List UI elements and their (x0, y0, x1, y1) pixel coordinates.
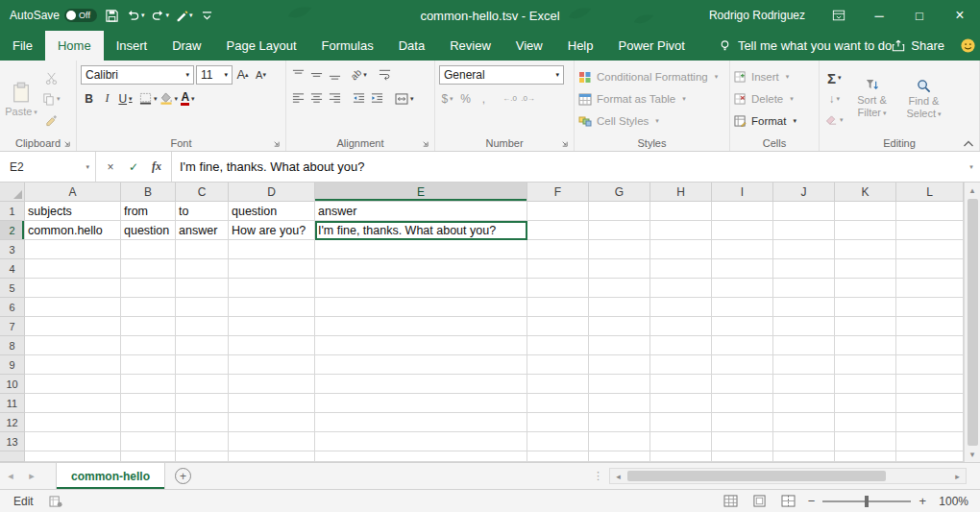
italic-button[interactable]: I (99, 89, 115, 109)
cell-F5[interactable] (527, 279, 589, 298)
zoom-in-button[interactable]: + (919, 494, 926, 508)
cell-K2[interactable] (835, 221, 896, 240)
row-header-7[interactable]: 7 (0, 317, 25, 336)
sort-filter-button[interactable]: Sort & Filter (849, 63, 895, 134)
cell-A3[interactable] (25, 240, 121, 259)
cell-I9[interactable] (712, 355, 773, 375)
cell-L5[interactable] (896, 279, 964, 298)
decrease-decimal-button[interactable]: .0→ (520, 89, 536, 109)
cell-C4[interactable] (176, 259, 229, 279)
cell-G1[interactable] (589, 202, 650, 221)
zoom-slider-thumb[interactable] (865, 496, 869, 507)
clear-button[interactable] (825, 110, 844, 130)
insert-cells-button[interactable]: Insert (734, 67, 815, 87)
cell-E11[interactable] (315, 394, 527, 413)
cell-F1[interactable] (527, 202, 589, 221)
cell-I13[interactable] (712, 432, 773, 451)
align-center-button[interactable] (308, 89, 325, 109)
cell-C6[interactable] (176, 298, 229, 317)
cell-D14[interactable] (229, 451, 315, 462)
cell-A13[interactable] (25, 432, 121, 451)
cell-C8[interactable] (176, 336, 229, 355)
cell-J11[interactable] (773, 394, 835, 413)
row-header-8[interactable]: 8 (0, 336, 25, 355)
row-header-11[interactable]: 11 (0, 394, 25, 413)
cell-B8[interactable] (121, 336, 176, 355)
cell-E5[interactable] (315, 279, 527, 298)
cell-G3[interactable] (589, 240, 650, 259)
cell-E12[interactable] (315, 413, 527, 432)
page-break-view-button[interactable] (779, 493, 798, 510)
cell-H7[interactable] (650, 317, 712, 336)
next-sheet-button[interactable]: ▸ (21, 463, 42, 489)
cell-H6[interactable] (650, 298, 712, 317)
cell-B3[interactable] (121, 240, 176, 259)
cell-G6[interactable] (589, 298, 650, 317)
zoom-level[interactable]: 100% (934, 495, 968, 508)
cell-C1[interactable]: to (176, 202, 229, 221)
cell-G7[interactable] (589, 317, 650, 336)
cell-G10[interactable] (589, 375, 650, 394)
cell-E9[interactable] (315, 355, 527, 375)
save-button[interactable] (103, 4, 120, 27)
cell-G9[interactable] (589, 355, 650, 375)
merge-center-button[interactable] (395, 89, 414, 109)
top-align-button[interactable] (290, 65, 306, 85)
cell-F10[interactable] (527, 375, 589, 394)
cell-L3[interactable] (896, 240, 964, 259)
cell-K13[interactable] (835, 432, 896, 451)
column-header-K[interactable]: K (835, 183, 896, 201)
cell-K7[interactable] (835, 317, 896, 336)
decrease-indent-button[interactable] (351, 89, 367, 109)
cell-E10[interactable] (315, 375, 527, 394)
scroll-down-icon[interactable]: ▾ (965, 447, 980, 462)
cell-J1[interactable] (773, 202, 835, 221)
cell-A1[interactable]: subjects (25, 202, 121, 221)
cell-J8[interactable] (773, 336, 835, 355)
column-header-C[interactable]: C (176, 183, 229, 201)
cell-I8[interactable] (712, 336, 773, 355)
cell-E8[interactable] (315, 336, 527, 355)
format-as-table-button[interactable]: Format as Table (578, 89, 725, 110)
cell-K8[interactable] (835, 336, 896, 355)
cell-D2[interactable]: How are you? (229, 221, 315, 240)
cell-A12[interactable] (25, 413, 121, 432)
row-header-9[interactable]: 9 (0, 355, 25, 375)
align-left-button[interactable] (290, 89, 306, 109)
cell-K12[interactable] (835, 413, 896, 432)
delete-cells-button[interactable]: Delete (734, 89, 815, 110)
fill-color-button[interactable] (159, 89, 179, 109)
sheet-tab-common-hello[interactable]: common-hello (56, 463, 165, 489)
expand-formula-bar-icon[interactable] (961, 152, 980, 182)
cell-H12[interactable] (650, 413, 712, 432)
tab-review[interactable]: Review (437, 31, 503, 61)
insert-function-button[interactable]: fx (146, 157, 167, 178)
customize-qat-button[interactable] (199, 4, 216, 27)
formula-input[interactable]: I'm fine, thanks. What about you? (172, 152, 961, 182)
tab-insert[interactable]: Insert (104, 31, 160, 61)
cell-I2[interactable] (712, 221, 773, 240)
find-select-button[interactable]: Find & Select (901, 63, 947, 134)
user-name[interactable]: Rodrigo Rodriguez (696, 9, 819, 22)
cell-D12[interactable] (229, 413, 315, 432)
cell-B13[interactable] (121, 432, 176, 451)
cell-D13[interactable] (229, 432, 315, 451)
cell-F3[interactable] (527, 240, 589, 259)
cell-C3[interactable] (176, 240, 229, 259)
minimize-button[interactable]: ─ (859, 0, 899, 31)
increase-font-size-button[interactable]: A▴ (234, 65, 251, 85)
cell-G4[interactable] (589, 259, 650, 279)
cell-I6[interactable] (712, 298, 773, 317)
cell-A6[interactable] (25, 298, 121, 317)
cell-L11[interactable] (896, 394, 964, 413)
cell-J7[interactable] (773, 317, 835, 336)
paste-button[interactable]: Paste (4, 63, 38, 134)
cell-D11[interactable] (229, 394, 315, 413)
cell-F6[interactable] (527, 298, 589, 317)
cell-J5[interactable] (773, 279, 835, 298)
cell-I3[interactable] (712, 240, 773, 259)
scroll-right-icon[interactable]: ▸ (949, 469, 966, 483)
cell-A14[interactable] (25, 451, 121, 462)
cell-L13[interactable] (896, 432, 964, 451)
tab-formulas[interactable]: Formulas (309, 31, 386, 61)
